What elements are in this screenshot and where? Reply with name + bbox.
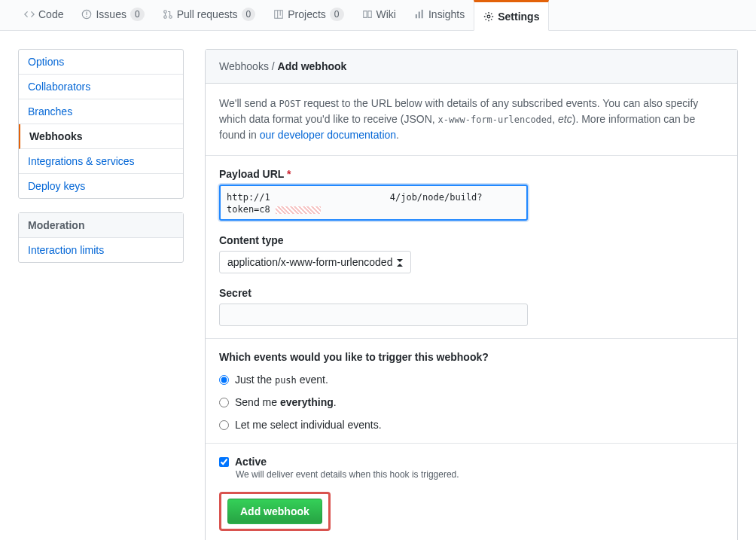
sidebar-item-branches[interactable]: Branches: [19, 99, 183, 124]
sidebar-header-moderation: Moderation: [19, 213, 183, 238]
sidebar-item-integrations[interactable]: Integrations & services: [19, 149, 183, 174]
book-icon: [362, 9, 373, 20]
settings-sidebar: Options Collaborators Branches Webhooks …: [18, 49, 184, 276]
issue-icon: [81, 9, 92, 20]
svg-rect-11: [419, 12, 420, 19]
svg-point-13: [487, 15, 490, 18]
svg-rect-7: [275, 11, 283, 19]
event-radio-individual[interactable]: [219, 420, 229, 430]
tab-label: Wiki: [376, 8, 396, 20]
event-radio-everything[interactable]: [219, 398, 229, 407]
tab-count: 0: [242, 8, 256, 21]
svg-rect-12: [422, 10, 423, 18]
events-title: Which events would you like to trigger t…: [219, 351, 724, 363]
code-icon: [24, 9, 35, 20]
sidebar-item-interaction-limits[interactable]: Interaction limits: [19, 238, 183, 262]
tab-label: Code: [38, 8, 63, 20]
svg-point-3: [163, 11, 166, 14]
tab-code[interactable]: Code: [15, 0, 72, 30]
content-type-label: Content type: [219, 234, 724, 246]
svg-point-4: [163, 16, 166, 19]
secret-input[interactable]: [219, 304, 528, 326]
project-icon: [273, 9, 284, 20]
tab-issues[interactable]: Issues 0: [72, 0, 153, 30]
sidebar-item-options[interactable]: Options: [19, 50, 183, 75]
event-label-push: Just the push event.: [235, 374, 328, 386]
active-checkbox[interactable]: [219, 457, 229, 467]
repo-tabs: Code Issues 0 Pull requests 0 Projects 0…: [0, 0, 756, 31]
tab-label: Projects: [288, 8, 326, 20]
tab-label: Issues: [96, 8, 126, 20]
redacted-segment: [276, 206, 321, 214]
svg-rect-10: [416, 14, 417, 18]
event-label-everything: Send me everything.: [235, 396, 337, 408]
highlight-annotation: Add webhook: [219, 492, 331, 531]
svg-point-5: [169, 16, 172, 19]
sidebar-item-webhooks[interactable]: Webhooks: [19, 124, 183, 149]
sidebar-item-deploy-keys[interactable]: Deploy keys: [19, 174, 183, 198]
tab-insights[interactable]: Insights: [405, 0, 474, 30]
active-label: Active: [235, 456, 267, 468]
content-type-select[interactable]: application/x-www-form-urlencoded: [219, 251, 411, 273]
tab-count: 0: [330, 8, 344, 21]
tab-label: Insights: [428, 8, 465, 20]
secret-label: Secret: [219, 287, 724, 299]
graph-icon: [414, 9, 425, 20]
breadcrumb: Webhooks / Add webhook: [206, 50, 737, 84]
event-label-individual: Let me select individual events.: [235, 419, 382, 431]
svg-rect-1: [87, 12, 87, 15]
payload-url-label: Payload URL *: [219, 168, 724, 180]
pr-icon: [163, 9, 173, 20]
add-webhook-button[interactable]: Add webhook: [227, 499, 322, 524]
tab-pull-requests[interactable]: Pull requests 0: [154, 0, 265, 30]
tab-wiki[interactable]: Wiki: [353, 0, 405, 30]
tab-settings[interactable]: Settings: [474, 0, 549, 31]
tab-count: 0: [130, 8, 145, 21]
active-note: We will deliver event details when this …: [236, 469, 724, 480]
tab-label: Settings: [498, 11, 539, 23]
svg-rect-2: [87, 16, 87, 17]
gear-icon: [483, 11, 494, 22]
payload-url-input[interactable]: http://1 4/job/node/build?token=c8: [219, 185, 528, 221]
docs-link[interactable]: our developer documentation: [260, 129, 396, 141]
tab-projects[interactable]: Projects 0: [264, 0, 352, 30]
tab-label: Pull requests: [177, 8, 238, 20]
event-radio-push[interactable]: [219, 375, 229, 385]
intro-text: We'll send a POST request to the URL bel…: [206, 84, 737, 156]
sidebar-item-collaborators[interactable]: Collaborators: [19, 75, 183, 99]
main-panel: Webhooks / Add webhook We'll send a POST…: [205, 49, 738, 540]
